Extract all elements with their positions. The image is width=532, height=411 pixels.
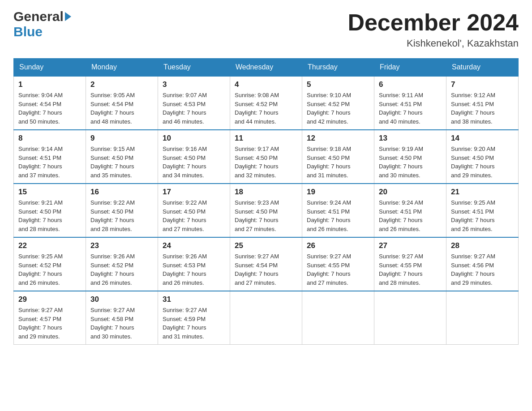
month-title: December 2024: [348, 9, 519, 36]
weekday-header-sunday: Sunday: [14, 59, 86, 77]
day-info: Sunrise: 9:24 AM Sunset: 4:51 PM Dayligh…: [379, 198, 442, 233]
calendar-cell: 8 Sunrise: 9:14 AM Sunset: 4:51 PM Dayli…: [14, 130, 86, 184]
day-number: 29: [18, 295, 81, 304]
calendar-cell: 10 Sunrise: 9:16 AM Sunset: 4:50 PM Dayl…: [158, 130, 230, 184]
day-number: 19: [307, 188, 369, 197]
calendar-cell: 28 Sunrise: 9:27 AM Sunset: 4:56 PM Dayl…: [446, 237, 519, 291]
calendar-cell: 15 Sunrise: 9:21 AM Sunset: 4:50 PM Dayl…: [14, 184, 86, 237]
calendar-cell: 22 Sunrise: 9:25 AM Sunset: 4:52 PM Dayl…: [14, 237, 86, 291]
day-number: 5: [307, 80, 369, 89]
calendar-cell: 30 Sunrise: 9:27 AM Sunset: 4:58 PM Dayl…: [86, 291, 158, 345]
day-info: Sunrise: 9:27 AM Sunset: 4:54 PM Dayligh…: [235, 252, 297, 287]
calendar-cell: 11 Sunrise: 9:17 AM Sunset: 4:50 PM Dayl…: [230, 130, 302, 184]
day-number: 1: [18, 80, 81, 89]
day-number: 10: [163, 134, 225, 143]
location-title: Kishkenekol', Kazakhstan: [348, 38, 519, 49]
day-info: Sunrise: 9:23 AM Sunset: 4:50 PM Dayligh…: [235, 198, 297, 233]
weekday-header-monday: Monday: [86, 59, 158, 77]
calendar-cell: 31 Sunrise: 9:27 AM Sunset: 4:59 PM Dayl…: [158, 291, 230, 345]
day-number: 22: [18, 241, 81, 250]
day-info: Sunrise: 9:16 AM Sunset: 4:50 PM Dayligh…: [163, 145, 225, 180]
day-number: 15: [18, 188, 81, 197]
calendar-cell: 17 Sunrise: 9:22 AM Sunset: 4:50 PM Dayl…: [158, 184, 230, 237]
weekday-header-friday: Friday: [374, 59, 446, 77]
calendar-cell: 24 Sunrise: 9:26 AM Sunset: 4:53 PM Dayl…: [158, 237, 230, 291]
day-info: Sunrise: 9:24 AM Sunset: 4:51 PM Dayligh…: [307, 198, 369, 233]
calendar-cell: 6 Sunrise: 9:11 AM Sunset: 4:51 PM Dayli…: [374, 76, 446, 130]
day-info: Sunrise: 9:11 AM Sunset: 4:51 PM Dayligh…: [379, 91, 442, 126]
weekday-header-saturday: Saturday: [446, 59, 519, 77]
logo-blue-text: Blue: [13, 24, 43, 39]
day-info: Sunrise: 9:18 AM Sunset: 4:50 PM Dayligh…: [307, 145, 369, 180]
calendar-table: SundayMondayTuesdayWednesdayThursdayFrid…: [13, 58, 519, 345]
day-info: Sunrise: 9:19 AM Sunset: 4:50 PM Dayligh…: [379, 145, 442, 180]
calendar-cell: 1 Sunrise: 9:04 AM Sunset: 4:54 PM Dayli…: [14, 76, 86, 130]
calendar-week-row: 15 Sunrise: 9:21 AM Sunset: 4:50 PM Dayl…: [14, 184, 519, 237]
calendar-cell: 5 Sunrise: 9:10 AM Sunset: 4:52 PM Dayli…: [302, 76, 374, 130]
calendar-cell: [374, 291, 446, 345]
calendar-cell: [230, 291, 302, 345]
day-number: 26: [307, 241, 369, 250]
day-info: Sunrise: 9:14 AM Sunset: 4:51 PM Dayligh…: [18, 145, 81, 180]
day-info: Sunrise: 9:27 AM Sunset: 4:58 PM Dayligh…: [90, 306, 153, 341]
calendar-cell: 9 Sunrise: 9:15 AM Sunset: 4:50 PM Dayli…: [86, 130, 158, 184]
day-number: 30: [90, 295, 153, 304]
day-number: 2: [90, 80, 153, 89]
calendar-cell: 27 Sunrise: 9:27 AM Sunset: 4:55 PM Dayl…: [374, 237, 446, 291]
calendar-cell: 23 Sunrise: 9:26 AM Sunset: 4:52 PM Dayl…: [86, 237, 158, 291]
day-info: Sunrise: 9:26 AM Sunset: 4:53 PM Dayligh…: [163, 252, 225, 287]
calendar-cell: 12 Sunrise: 9:18 AM Sunset: 4:50 PM Dayl…: [302, 130, 374, 184]
logo-arrow-icon: [65, 12, 71, 21]
calendar-week-row: 1 Sunrise: 9:04 AM Sunset: 4:54 PM Dayli…: [14, 76, 519, 130]
day-info: Sunrise: 9:27 AM Sunset: 4:55 PM Dayligh…: [307, 252, 369, 287]
page-header: General Blue December 2024 Kishkenekol',…: [13, 9, 519, 49]
day-info: Sunrise: 9:22 AM Sunset: 4:50 PM Dayligh…: [90, 198, 153, 233]
day-number: 18: [235, 188, 297, 197]
weekday-header-tuesday: Tuesday: [158, 59, 230, 77]
weekday-header-wednesday: Wednesday: [230, 59, 302, 77]
calendar-cell: [446, 291, 519, 345]
day-info: Sunrise: 9:25 AM Sunset: 4:51 PM Dayligh…: [451, 198, 514, 233]
day-info: Sunrise: 9:07 AM Sunset: 4:53 PM Dayligh…: [163, 91, 225, 126]
weekday-header-thursday: Thursday: [302, 59, 374, 77]
calendar-cell: 16 Sunrise: 9:22 AM Sunset: 4:50 PM Dayl…: [86, 184, 158, 237]
day-number: 7: [451, 80, 514, 89]
day-info: Sunrise: 9:05 AM Sunset: 4:54 PM Dayligh…: [90, 91, 153, 126]
day-number: 11: [235, 134, 297, 143]
day-info: Sunrise: 9:22 AM Sunset: 4:50 PM Dayligh…: [163, 198, 225, 233]
day-info: Sunrise: 9:21 AM Sunset: 4:50 PM Dayligh…: [18, 198, 81, 233]
logo: General Blue: [13, 9, 71, 39]
day-number: 9: [90, 134, 153, 143]
day-number: 23: [90, 241, 153, 250]
calendar-cell: 18 Sunrise: 9:23 AM Sunset: 4:50 PM Dayl…: [230, 184, 302, 237]
day-info: Sunrise: 9:12 AM Sunset: 4:51 PM Dayligh…: [451, 91, 514, 126]
day-info: Sunrise: 9:27 AM Sunset: 4:55 PM Dayligh…: [379, 252, 442, 287]
day-number: 28: [451, 241, 514, 250]
calendar-week-row: 8 Sunrise: 9:14 AM Sunset: 4:51 PM Dayli…: [14, 130, 519, 184]
day-info: Sunrise: 9:27 AM Sunset: 4:59 PM Dayligh…: [163, 306, 225, 341]
day-number: 24: [163, 241, 225, 250]
calendar-cell: 4 Sunrise: 9:08 AM Sunset: 4:52 PM Dayli…: [230, 76, 302, 130]
title-section: December 2024 Kishkenekol', Kazakhstan: [348, 9, 519, 49]
calendar-cell: [302, 291, 374, 345]
calendar-cell: 21 Sunrise: 9:25 AM Sunset: 4:51 PM Dayl…: [446, 184, 519, 237]
day-number: 4: [235, 80, 297, 89]
calendar-cell: 26 Sunrise: 9:27 AM Sunset: 4:55 PM Dayl…: [302, 237, 374, 291]
day-number: 16: [90, 188, 153, 197]
weekday-header-row: SundayMondayTuesdayWednesdayThursdayFrid…: [14, 59, 519, 77]
day-number: 21: [451, 188, 514, 197]
day-info: Sunrise: 9:25 AM Sunset: 4:52 PM Dayligh…: [18, 252, 81, 287]
day-number: 25: [235, 241, 297, 250]
day-number: 8: [18, 134, 81, 143]
calendar-cell: 29 Sunrise: 9:27 AM Sunset: 4:57 PM Dayl…: [14, 291, 86, 345]
calendar-cell: 25 Sunrise: 9:27 AM Sunset: 4:54 PM Dayl…: [230, 237, 302, 291]
day-info: Sunrise: 9:15 AM Sunset: 4:50 PM Dayligh…: [90, 145, 153, 180]
calendar-cell: 14 Sunrise: 9:20 AM Sunset: 4:50 PM Dayl…: [446, 130, 519, 184]
day-info: Sunrise: 9:26 AM Sunset: 4:52 PM Dayligh…: [90, 252, 153, 287]
day-number: 3: [163, 80, 225, 89]
day-info: Sunrise: 9:27 AM Sunset: 4:56 PM Dayligh…: [451, 252, 514, 287]
day-info: Sunrise: 9:10 AM Sunset: 4:52 PM Dayligh…: [307, 91, 369, 126]
day-info: Sunrise: 9:20 AM Sunset: 4:50 PM Dayligh…: [451, 145, 514, 180]
day-number: 12: [307, 134, 369, 143]
day-number: 6: [379, 80, 442, 89]
